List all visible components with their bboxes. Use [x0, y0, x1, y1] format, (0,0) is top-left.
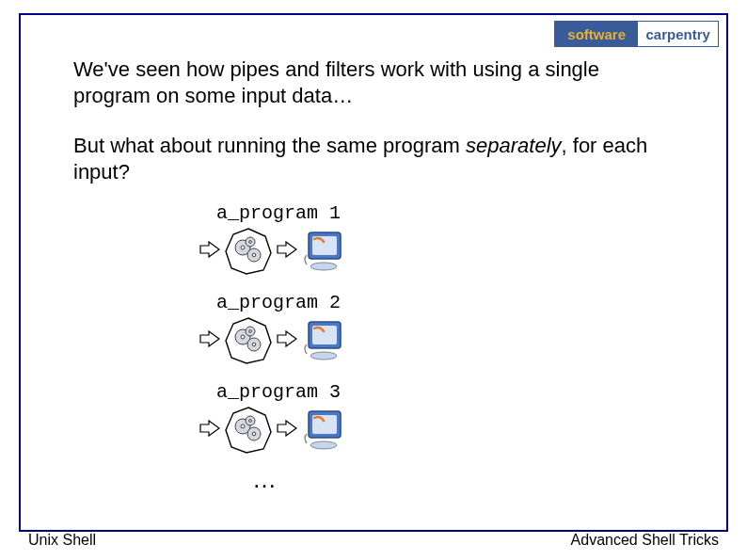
program-label-1: a_program 1	[216, 201, 674, 225]
svg-point-6	[249, 241, 252, 244]
slide-content: We've seen how pipes and filters work wi…	[73, 56, 674, 495]
software-carpentry-logo: software carpentry	[554, 21, 719, 47]
gears-icon	[224, 227, 273, 276]
svg-point-24	[252, 432, 256, 436]
footer-left: Unix Shell	[28, 532, 96, 549]
footer-right: Advanced Shell Tricks	[571, 532, 719, 549]
logo-right-text: carpentry	[638, 22, 718, 46]
svg-point-4	[252, 253, 256, 257]
svg-point-2	[241, 246, 245, 249]
paragraph-2: But what about running the same program …	[73, 133, 674, 184]
para2-part-a: But what about running the same program	[73, 134, 466, 157]
svg-point-14	[252, 343, 256, 346]
diagram-row-3	[196, 406, 674, 455]
svg-point-26	[249, 420, 252, 423]
svg-point-29	[310, 441, 337, 449]
arrow-icon	[199, 328, 220, 354]
diagram-row-2	[196, 316, 674, 365]
arrow-icon	[199, 238, 220, 264]
arrow-icon	[199, 417, 220, 443]
svg-point-22	[241, 424, 245, 428]
arrow-icon	[277, 328, 297, 354]
svg-point-16	[249, 330, 252, 333]
diagram-area: a_program 1	[196, 201, 674, 495]
ellipsis: …	[252, 464, 674, 495]
svg-point-12	[241, 335, 245, 339]
gears-icon	[224, 406, 273, 455]
arrow-icon	[277, 417, 297, 443]
monitor-icon	[301, 229, 346, 274]
gears-icon	[224, 316, 273, 365]
program-label-2: a_program 2	[216, 291, 674, 314]
program-label-3: a_program 3	[216, 380, 674, 404]
svg-point-19	[310, 352, 337, 360]
monitor-icon	[301, 318, 346, 363]
logo-left-text: software	[555, 22, 638, 46]
svg-point-9	[310, 263, 337, 270]
diagram-row-1	[196, 227, 674, 276]
para2-italic: separately	[466, 134, 562, 157]
monitor-icon	[301, 408, 346, 453]
paragraph-1: We've seen how pipes and filters work wi…	[73, 56, 674, 108]
arrow-icon	[277, 238, 297, 264]
